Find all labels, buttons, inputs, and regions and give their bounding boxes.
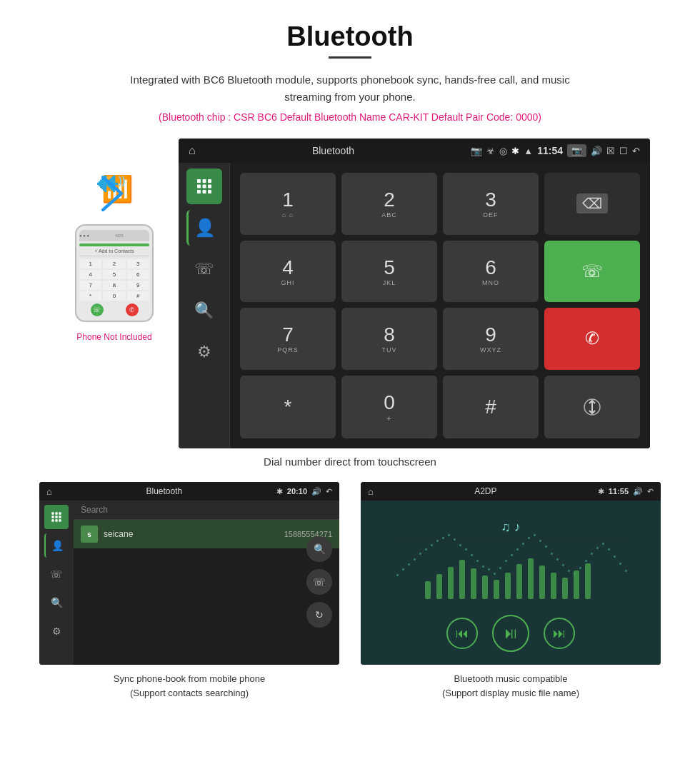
phone-add-contacts: + Add to Contacts <box>79 248 149 256</box>
page-subtitle: Integrated with BC6 Bluetooth module, su… <box>107 71 593 106</box>
dial-key-6[interactable]: 6MNO <box>443 241 539 303</box>
svg-rect-58 <box>602 543 604 545</box>
sidebar-settings-icon[interactable]: ⚙ <box>186 334 222 370</box>
svg-rect-26 <box>419 553 421 555</box>
svg-rect-13 <box>51 512 54 514</box>
music-main: // Will be rendered via SVG <box>361 501 661 665</box>
music-play-pause-button[interactable]: ⏯ <box>492 615 529 652</box>
svg-rect-9 <box>202 190 206 194</box>
music-next-button[interactable]: ⏭ <box>544 618 575 649</box>
dialpad-grid: 1⌂ ⌂ 2ABC 3DEF ⌫ 4GHI 5JKL 6MNO ☏ 7PQRS … <box>240 173 640 438</box>
svg-rect-55 <box>585 560 587 562</box>
home-icon: ⌂ <box>189 144 196 157</box>
svg-rect-42 <box>511 554 513 556</box>
svg-text:♫ ♪: ♫ ♪ <box>501 520 521 534</box>
phone-key-2[interactable]: 2 <box>103 259 125 268</box>
back-icon[interactable]: ↶ <box>632 146 640 156</box>
dial-key-8[interactable]: 8TUV <box>341 308 437 370</box>
sidebar-calls-icon[interactable]: ☏ <box>186 251 222 287</box>
svg-rect-67 <box>459 560 465 599</box>
dial-key-backspace[interactable]: ⌫ <box>544 173 640 235</box>
svg-rect-15 <box>59 512 61 514</box>
phonebook-actions: 🔍 ☏ ↻ <box>306 536 332 628</box>
phonebook-item: ⌂ Bluetooth ✱ 20:10 🔊 ↶ 👤 ☏ 🔍 ⚙ <box>39 482 339 700</box>
close-icon[interactable]: ☒ <box>606 146 615 156</box>
page-title: Bluetooth <box>0 0 700 56</box>
dial-key-star[interactable]: * <box>240 376 336 439</box>
dial-key-5[interactable]: 5JKL <box>341 241 437 303</box>
phone-key-5[interactable]: 5 <box>103 270 125 279</box>
sidebar-contacts-icon[interactable]: 👤 <box>186 210 222 246</box>
svg-rect-62 <box>625 570 627 572</box>
mu-back-icon[interactable]: ↶ <box>647 487 654 496</box>
pb-sync-btn[interactable]: ↻ <box>306 602 332 628</box>
phone-key-star[interactable]: * <box>79 291 101 301</box>
svg-rect-35 <box>471 554 473 556</box>
car-sidebar: 👤 ☏ 🔍 ⚙ <box>179 163 230 448</box>
pb-search-btn[interactable]: 🔍 <box>306 536 332 562</box>
phone-green-bar <box>79 243 149 246</box>
phone-call-button[interactable]: ☏ <box>91 303 104 316</box>
pb-sidebar-dialpad[interactable] <box>44 505 69 529</box>
dial-key-0[interactable]: 0+ <box>341 376 437 439</box>
svg-rect-74 <box>539 566 545 599</box>
phone-key-hash[interactable]: # <box>127 291 149 301</box>
phonebook-status-bar: ⌂ Bluetooth ✱ 20:10 🔊 ↶ <box>39 482 339 501</box>
phone-key-9[interactable]: 9 <box>127 281 149 290</box>
phonebook-entry[interactable]: s seicane 15885554271 <box>74 520 339 548</box>
phonebook-body: 👤 ☏ 🔍 ⚙ Search s seicane 15885554271 🔍 ☏ <box>39 501 339 665</box>
sound-icon: ◎ <box>499 146 507 156</box>
phone-key-8[interactable]: 8 <box>103 281 125 290</box>
dial-key-2[interactable]: 2ABC <box>341 173 437 235</box>
phone-key-3[interactable]: 3 <box>127 259 149 268</box>
dial-key-1[interactable]: 1⌂ ⌂ <box>240 173 336 235</box>
wifi-status-icon: ▲ <box>524 146 533 156</box>
music-caption: Bluetooth music compatible (Support disp… <box>442 672 579 700</box>
pb-back-icon[interactable]: ↶ <box>326 487 332 496</box>
title-underline <box>329 56 371 59</box>
phone-keypad: 1 2 3 4 5 6 7 8 9 * 0 # <box>79 259 149 301</box>
svg-rect-51 <box>562 564 564 566</box>
contact-avatar: s <box>81 526 98 543</box>
phone-key-1[interactable]: 1 <box>79 259 101 268</box>
sidebar-dialpad-icon[interactable] <box>186 169 222 204</box>
pb-call-btn[interactable]: ☏ <box>306 569 332 595</box>
car-screen-dialpad: ⌂ Bluetooth 📷 ☣ ◎ ✱ ▲ 11:54 📷 🔊 ☒ ☐ ↶ <box>179 139 650 448</box>
pb-sidebar-settings[interactable]: ⚙ <box>44 619 69 643</box>
svg-rect-21 <box>59 519 61 521</box>
phone-end-button[interactable]: ✆ <box>126 303 139 316</box>
phonebook-screen: ⌂ Bluetooth ✱ 20:10 🔊 ↶ 👤 ☏ 🔍 ⚙ <box>39 482 339 665</box>
camera-button[interactable]: 📷 <box>567 144 586 157</box>
phone-key-7[interactable]: 7 <box>79 281 101 290</box>
dial-key-7[interactable]: 7PQRS <box>240 308 336 370</box>
dial-key-4[interactable]: 4GHI <box>240 241 336 303</box>
phone-key-6[interactable]: 6 <box>127 270 149 279</box>
phone-key-4[interactable]: 4 <box>79 270 101 279</box>
svg-rect-76 <box>562 578 568 599</box>
music-prev-button[interactable]: ⏮ <box>446 618 478 649</box>
phonebook-search[interactable]: Search <box>74 501 339 520</box>
sidebar-search-icon[interactable]: 🔍 <box>186 293 222 328</box>
phone-key-0[interactable]: 0 <box>103 291 125 301</box>
svg-rect-77 <box>574 571 579 599</box>
dial-key-end[interactable]: ✆ <box>544 308 640 370</box>
pb-sidebar-contacts[interactable]: 👤 <box>44 533 69 558</box>
svg-rect-36 <box>476 560 479 562</box>
svg-rect-10 <box>208 190 211 194</box>
svg-rect-18 <box>59 516 61 518</box>
svg-rect-75 <box>551 573 556 599</box>
pb-sidebar-calls[interactable]: ☏ <box>44 562 69 586</box>
svg-rect-68 <box>471 568 476 599</box>
contact-name: seicane <box>104 529 279 539</box>
dial-key-swap[interactable] <box>544 376 640 439</box>
svg-rect-39 <box>494 573 496 575</box>
svg-rect-45 <box>528 537 530 539</box>
dial-key-3[interactable]: 3DEF <box>443 173 539 235</box>
dial-key-call[interactable]: ☏ <box>544 241 640 303</box>
svg-rect-57 <box>596 547 599 549</box>
window-icon: ☐ <box>619 146 628 156</box>
dial-key-9[interactable]: 9WXYZ <box>443 308 539 370</box>
svg-rect-6 <box>202 185 206 189</box>
pb-sidebar-search[interactable]: 🔍 <box>44 590 69 615</box>
dial-key-hash[interactable]: # <box>443 376 539 439</box>
